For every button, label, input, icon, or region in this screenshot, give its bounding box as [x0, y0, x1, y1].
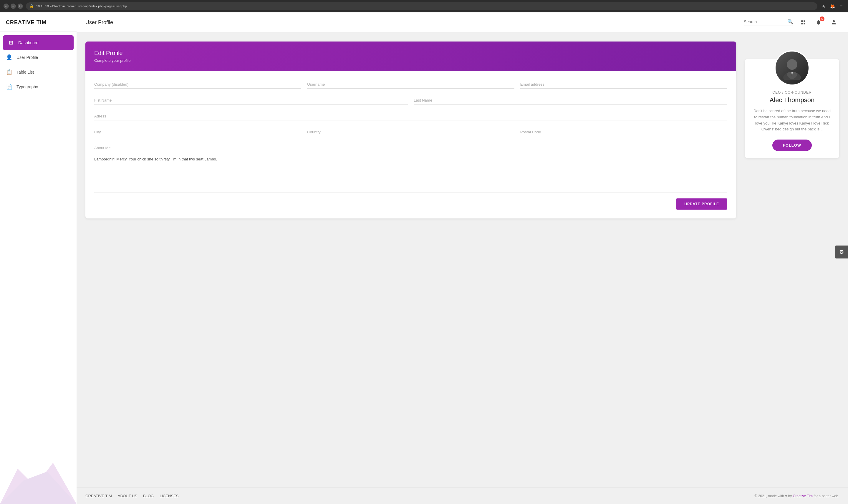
card-header-title: Edit Profile	[94, 50, 727, 56]
svg-point-6	[787, 59, 797, 70]
about-textarea[interactable]: Lamborghini Mercy, Your chick she so thi…	[94, 155, 727, 184]
avatar	[774, 50, 810, 86]
address-field	[94, 112, 727, 121]
footer-link-creative-tim[interactable]: CREATIVE TIM	[85, 494, 112, 498]
gear-float-button[interactable]: ⚙	[835, 246, 848, 258]
refresh-button[interactable]: ↻	[18, 3, 23, 9]
country-field	[307, 127, 514, 136]
sidebar-item-label: Table List	[17, 70, 34, 74]
main-content: User Profile 🔍 5	[76, 12, 848, 504]
address-input[interactable]	[94, 112, 727, 121]
footer-link-about[interactable]: ABOUT US	[118, 494, 137, 498]
sidebar-item-typography[interactable]: 📄 Typography	[0, 79, 76, 94]
svg-rect-3	[804, 20, 805, 22]
sidebar-item-label: Typography	[17, 85, 38, 89]
profile-role: CEO / CO-FOUNDER	[752, 90, 832, 94]
search-input[interactable]	[744, 19, 785, 24]
form-row-1	[94, 80, 727, 89]
footer-links: CREATIVE TIM ABOUT US BLOG LICENSES	[85, 494, 178, 498]
profile-name: Alec Thompson	[752, 96, 832, 104]
svg-rect-5	[804, 23, 805, 24]
sidebar-logo: CREATIVE TIM	[0, 12, 76, 32]
sidebar-item-dashboard[interactable]: ⊞ Dashboard	[3, 35, 74, 50]
edit-profile-card: Edit Profile Complete your profile	[85, 41, 736, 218]
bookmark-icon[interactable]: ★	[820, 3, 827, 10]
form-actions: UPDATE PROFILE	[94, 198, 727, 210]
card-body: Lamborghini Mercy, Your chick she so thi…	[85, 71, 736, 218]
email-field	[520, 80, 727, 89]
username-field	[307, 80, 514, 89]
browser-nav-buttons: ← → ↻	[3, 3, 23, 9]
email-input[interactable]	[520, 80, 727, 89]
form-row-3	[94, 112, 727, 121]
about-text-field: Lamborghini Mercy, Your chick she so thi…	[94, 155, 727, 185]
firstname-input[interactable]	[94, 96, 408, 105]
form-row-2	[94, 96, 727, 105]
user-account-icon[interactable]	[829, 17, 839, 28]
footer-link-blog[interactable]: BLOG	[143, 494, 154, 498]
postal-input[interactable]	[520, 127, 727, 136]
username-input[interactable]	[307, 80, 514, 89]
update-profile-button[interactable]: UPDATE PROFILE	[676, 198, 727, 210]
form-row-4	[94, 127, 727, 136]
sidebar-item-user-profile[interactable]: 👤 User Profile	[0, 50, 76, 65]
svg-rect-4	[801, 23, 802, 24]
form-divider	[94, 192, 727, 193]
about-label-field	[94, 143, 727, 152]
address-bar[interactable]: 🔒 10.10.10.249/admin../admin_staging/ind…	[26, 2, 817, 10]
sidebar-item-label: User Profile	[17, 55, 38, 60]
profile-side-card: CEO / CO-FOUNDER Alec Thompson Don't be …	[745, 59, 839, 158]
browser-chrome: ← → ↻ 🔒 10.10.10.249/admin../admin_stagi…	[0, 0, 848, 12]
footer-brand-link[interactable]: Creative Tim	[793, 494, 813, 498]
profile-side: CEO / CO-FOUNDER Alec Thompson Don't be …	[745, 41, 839, 158]
about-label-input[interactable]	[94, 143, 727, 152]
user-icon: 👤	[6, 54, 12, 61]
security-icon: 🔒	[30, 4, 34, 8]
card-header-subtitle: Complete your profile	[94, 58, 727, 63]
notification-icon[interactable]: 5	[813, 17, 824, 28]
browser-actions: ★ 🦊 ≡	[820, 3, 845, 10]
sidebar: CREATIVE TIM ⊞ Dashboard 👤 User Profile …	[0, 12, 76, 504]
footer-copyright: © 2021, made with ♥ by Creative Tim for …	[755, 494, 839, 498]
city-input[interactable]	[94, 127, 301, 136]
page-body: Edit Profile Complete your profile	[76, 33, 848, 227]
footer-link-licenses[interactable]: LICENSES	[160, 494, 178, 498]
topbar-right: 🔍 5	[744, 17, 839, 28]
sidebar-item-table-list[interactable]: 📋 Table List	[0, 65, 76, 79]
grid-icon[interactable]	[798, 17, 809, 28]
firstname-field	[94, 96, 408, 105]
dashboard-icon: ⊞	[8, 39, 14, 46]
back-button[interactable]: ←	[3, 3, 9, 9]
company-field	[94, 80, 301, 89]
profile-bio: Don't be scared of the truth because we …	[752, 108, 832, 132]
city-field	[94, 127, 301, 136]
topbar: User Profile 🔍 5	[76, 12, 848, 33]
page-title: User Profile	[85, 19, 113, 25]
sidebar-item-label: Dashboard	[18, 40, 39, 45]
avatar-wrap	[752, 50, 832, 86]
country-input[interactable]	[307, 127, 514, 136]
sidebar-nav: ⊞ Dashboard 👤 User Profile 📋 Table List …	[0, 32, 76, 504]
menu-icon[interactable]: ≡	[838, 3, 845, 10]
notification-badge: 5	[820, 17, 825, 21]
table-icon: 📋	[6, 69, 12, 75]
company-input	[94, 80, 301, 89]
follow-button[interactable]: FOLLOW	[772, 140, 812, 151]
postal-field	[520, 127, 727, 136]
app-layout: CREATIVE TIM ⊞ Dashboard 👤 User Profile …	[0, 12, 848, 504]
search-container: 🔍	[744, 19, 793, 26]
url-text: 10.10.10.249/admin../admin_staging/index…	[36, 4, 127, 8]
forward-button[interactable]: →	[11, 3, 16, 9]
svg-rect-2	[801, 20, 802, 22]
form-row-about: Lamborghini Mercy, Your chick she so thi…	[94, 143, 727, 185]
lastname-field	[414, 96, 727, 105]
card-header: Edit Profile Complete your profile	[85, 41, 736, 71]
typography-icon: 📄	[6, 84, 12, 90]
firefox-icon[interactable]: 🦊	[829, 3, 836, 10]
search-icon[interactable]: 🔍	[787, 19, 793, 24]
footer: CREATIVE TIM ABOUT US BLOG LICENSES © 20…	[76, 487, 848, 504]
lastname-input[interactable]	[414, 96, 727, 105]
